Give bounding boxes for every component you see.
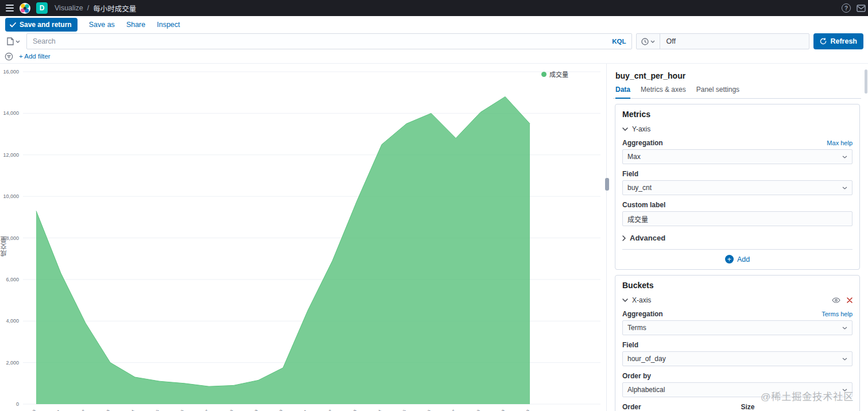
terms-help-link[interactable]: Terms help	[822, 311, 852, 317]
add-filter-link[interactable]: + Add filter	[19, 53, 51, 60]
aggregation-label: Aggregation	[622, 139, 663, 147]
svg-text:13: 13	[351, 409, 358, 411]
field-select[interactable]: buy_cnt	[622, 180, 852, 195]
svg-text:11: 11	[302, 409, 309, 411]
refresh-label: Refresh	[830, 37, 857, 45]
space-badge[interactable]: D	[36, 2, 48, 14]
chevron-down-icon	[842, 156, 847, 158]
svg-text:4: 4	[130, 409, 136, 411]
breadcrumb-current: 每小时成交量	[93, 3, 136, 14]
order-by-value: Alphabetical	[627, 386, 665, 394]
bucket-aggregation-label: Aggregation	[622, 310, 663, 318]
area-chart-svg[interactable]: 02,0004,0006,0008,00010,00012,00014,0001…	[0, 64, 606, 411]
chart-region: 02,0004,0006,0008,00010,00012,00014,0001…	[0, 64, 606, 411]
svg-text:3: 3	[106, 409, 111, 411]
chart-legend[interactable]: 成交量	[541, 69, 568, 79]
refresh-icon	[820, 38, 827, 45]
bucket-aggregation-select[interactable]: Terms	[622, 320, 852, 335]
remove-bucket-icon[interactable]	[847, 297, 852, 303]
plus-circle-icon: +	[725, 255, 734, 263]
breadcrumb: Visualize / 每小时成交量	[55, 3, 136, 14]
svg-text:2: 2	[81, 409, 87, 411]
inspect-link[interactable]: Inspect	[157, 21, 180, 29]
aggregation-select[interactable]: Max	[622, 149, 852, 164]
editor-tabs: Data Metrics & axes Panel settings	[613, 86, 861, 99]
max-help-link[interactable]: Max help	[827, 139, 852, 146]
saved-query-icon	[7, 37, 14, 45]
legend-label: 成交量	[549, 69, 568, 79]
aggregation-value: Max	[627, 153, 641, 161]
svg-text:12: 12	[326, 409, 333, 411]
advanced-accordion[interactable]: Advanced	[622, 234, 852, 242]
svg-text:18: 18	[474, 409, 481, 411]
kql-button[interactable]: KQL	[606, 38, 626, 45]
advanced-label: Advanced	[630, 234, 665, 242]
custom-label-input[interactable]	[622, 211, 852, 226]
chevron-down-icon	[842, 327, 847, 329]
editor-toolbar: Save and return Save as Share Inspect	[0, 16, 868, 33]
panel-scrollbar[interactable]	[865, 69, 867, 94]
save-and-return-button[interactable]: Save and return	[5, 18, 78, 32]
chevron-down-icon	[650, 40, 655, 43]
bucket-field-select[interactable]: hour_of_day	[622, 351, 852, 366]
filter-bar: + Add filter	[0, 49, 868, 64]
toggle-visibility-eye-icon[interactable]	[832, 297, 840, 303]
chevron-down-icon	[842, 187, 847, 189]
tab-data[interactable]: Data	[615, 86, 630, 99]
panel-resizer-handle[interactable]	[605, 178, 609, 191]
svg-text:14,000: 14,000	[3, 110, 19, 116]
breadcrumb-separator: /	[87, 4, 89, 12]
help-icon[interactable]: ?	[842, 3, 851, 13]
panel-resizer[interactable]	[606, 64, 609, 411]
svg-text:6: 6	[180, 409, 185, 411]
refresh-interval-value[interactable]: Off	[660, 37, 675, 45]
tab-panel-settings[interactable]: Panel settings	[696, 86, 739, 98]
breadcrumb-section[interactable]: Visualize	[55, 4, 83, 12]
order-by-select[interactable]: Alphabetical	[622, 382, 852, 397]
search-box: KQL	[26, 33, 632, 49]
x-axis-accordion[interactable]: X-axis	[622, 296, 852, 304]
chevron-down-icon	[842, 358, 847, 360]
saved-query-menu-button[interactable]	[5, 37, 22, 45]
editor-cards: Metrics Y-axis Aggregation Max help Max …	[613, 104, 861, 411]
clock-icon	[641, 38, 649, 45]
bucket-field-value: hour_of_day	[627, 355, 666, 363]
custom-label-label: Custom label	[622, 201, 665, 209]
size-label: Size	[741, 403, 755, 411]
svg-text:20: 20	[524, 409, 530, 411]
chevron-right-icon	[622, 235, 626, 241]
svg-text:4,000: 4,000	[6, 318, 19, 324]
buckets-card: Buckets X-axis Aggregation Terms hel	[615, 275, 860, 411]
share-link[interactable]: Share	[126, 21, 145, 29]
buckets-heading: Buckets	[622, 281, 852, 290]
newsfeed-icon[interactable]	[857, 5, 866, 12]
filter-icon[interactable]	[5, 52, 13, 61]
elastic-logo[interactable]	[20, 3, 30, 14]
y-axis-title: 成交量	[0, 236, 9, 257]
svg-text:9: 9	[254, 409, 259, 411]
svg-text:5: 5	[155, 409, 161, 411]
svg-text:1: 1	[56, 409, 62, 411]
quick-select-button[interactable]	[637, 34, 660, 49]
panel-title: buy_cnt_per_hour	[613, 71, 861, 80]
svg-text:7: 7	[204, 409, 210, 411]
refresh-button[interactable]: Refresh	[813, 33, 863, 49]
menu-icon[interactable]	[6, 5, 14, 11]
save-and-return-label: Save and return	[20, 21, 72, 29]
field-value: buy_cnt	[627, 184, 652, 192]
add-metric-button[interactable]: + Add	[725, 255, 750, 263]
y-axis-accordion[interactable]: Y-axis	[622, 125, 852, 133]
svg-text:10: 10	[277, 409, 284, 411]
x-axis-accordion-label: X-axis	[632, 296, 651, 304]
chevron-down-icon	[842, 389, 847, 391]
svg-text:12,000: 12,000	[3, 152, 19, 158]
svg-text:14: 14	[375, 409, 382, 411]
tab-metrics-axes[interactable]: Metrics & axes	[641, 86, 686, 98]
check-icon	[10, 22, 16, 28]
vis-editor-panel: buy_cnt_per_hour Data Metrics & axes Pan…	[610, 64, 868, 411]
save-as-link[interactable]: Save as	[89, 21, 115, 29]
date-picker: Off	[636, 33, 809, 49]
svg-text:16,000: 16,000	[3, 69, 19, 75]
query-bar: KQL Off Refresh	[0, 33, 868, 49]
search-input[interactable]	[33, 37, 606, 45]
